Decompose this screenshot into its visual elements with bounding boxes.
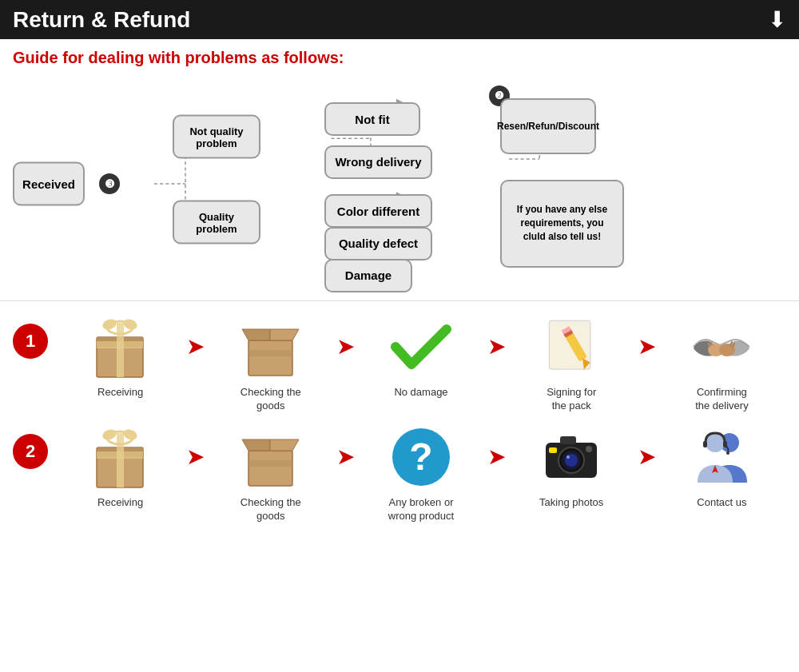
contact-icon	[682, 421, 761, 493]
step-2-contact: Contact us	[658, 421, 786, 510]
arrow-6: ➤	[335, 443, 356, 470]
svg-rect-39	[248, 350, 292, 356]
svg-rect-58	[248, 451, 292, 486]
svg-rect-33	[117, 323, 124, 377]
step-1-signing: Signing forthe pack	[507, 311, 636, 413]
steps-section: 1 Receiving	[0, 304, 799, 538]
color-different-box: Color different	[324, 194, 432, 228]
step-2-number: 2	[13, 434, 48, 469]
step-1-row: 1 Receiving	[13, 311, 786, 413]
damage-box: Damage	[324, 259, 412, 292]
guide-subtitle: Guide for dealing with problems as follo…	[0, 39, 799, 74]
flowchart-container: Received ❸ Not quality problem Quality p…	[13, 77, 786, 291]
step-2-receiving-label: Receiving	[97, 496, 143, 510]
received-box: Received	[13, 162, 85, 206]
svg-point-74	[726, 451, 729, 455]
step-2-photos: Taking photos	[507, 421, 636, 510]
step-1-receiving-label: Receiving	[97, 386, 143, 400]
svg-point-66	[566, 455, 570, 459]
step-1-nodamage: No damage	[356, 311, 485, 400]
arrow-8: ➤	[636, 443, 658, 470]
badge-3: ❸	[99, 173, 120, 194]
svg-point-65	[565, 454, 578, 467]
receiving-icon	[81, 311, 161, 383]
arrow-5: ➤	[185, 443, 206, 470]
not-fit-box: Not fit	[324, 102, 420, 136]
arrow-7: ➤	[486, 443, 507, 470]
svg-rect-34	[97, 341, 143, 348]
step-1-nodamage-label: No damage	[394, 386, 447, 400]
pencil-icon	[531, 311, 611, 383]
svg-point-37	[122, 317, 139, 331]
wrong-delivery-box: Wrong delivery	[324, 145, 432, 179]
step-2-receiving: Receiving	[56, 421, 185, 510]
checking-icon	[231, 311, 311, 383]
requirements-box: If you have any else requirements, you c…	[500, 180, 624, 268]
question-icon: ?	[381, 421, 461, 493]
checkmark-icon	[381, 311, 461, 383]
section-divider	[0, 300, 799, 301]
step-1-confirming-label: Confirmingthe delivery	[695, 386, 748, 413]
quality-problem-box: Quality problem	[173, 201, 260, 245]
arrow-2: ➤	[335, 333, 356, 360]
step-1-checking-label: Checking thegoods	[240, 386, 301, 413]
svg-rect-38	[248, 340, 292, 376]
svg-point-56	[101, 427, 118, 441]
step-1-items: Receiving ➤ Checkin	[56, 311, 786, 413]
step-2-row: 2 Receiving ➤	[13, 421, 786, 523]
step-2-checking-label: Checking thegoods	[240, 496, 301, 523]
page-title: Return & Refund	[13, 7, 190, 33]
step-1-signing-label: Signing forthe pack	[547, 386, 596, 413]
step-2-items: Receiving ➤ Checking thegoods ➤	[56, 421, 786, 523]
step-2-photos-label: Taking photos	[539, 496, 603, 510]
svg-rect-53	[117, 433, 124, 487]
receiving2-icon	[81, 421, 161, 493]
down-arrow-icon: ⬇	[768, 6, 786, 33]
flowchart-section: Received ❸ Not quality problem Quality p…	[0, 74, 799, 297]
handshake-icon	[682, 311, 761, 383]
svg-rect-59	[248, 460, 292, 467]
svg-text:?: ?	[409, 435, 432, 478]
svg-point-68	[586, 446, 592, 452]
step-1-confirming: Confirmingthe delivery	[658, 311, 786, 413]
svg-rect-72	[703, 441, 707, 447]
camera-icon	[531, 421, 611, 493]
header: Return & Refund ⬇	[0, 0, 799, 39]
arrow-3: ➤	[486, 333, 507, 360]
not-quality-problem-box: Not quality problem	[173, 115, 260, 159]
checking2-icon	[231, 421, 311, 493]
svg-point-57	[122, 427, 139, 441]
step-2-contact-label: Contact us	[697, 496, 746, 510]
quality-defect-box: Quality defect	[324, 227, 432, 260]
step-2-question-label: Any broken orwrong product	[388, 496, 454, 523]
step-1-checking: Checking thegoods	[206, 311, 335, 413]
step-1-receiving: Receiving	[56, 311, 185, 400]
resen-refund-box: Resen/Refun/Discount	[500, 98, 596, 154]
step-2-checking: Checking thegoods	[206, 421, 335, 523]
svg-rect-69	[549, 447, 557, 453]
arrow-4: ➤	[636, 333, 658, 360]
svg-point-36	[101, 317, 118, 331]
svg-rect-67	[560, 436, 576, 444]
step-1-number: 1	[13, 324, 48, 359]
svg-rect-54	[97, 451, 143, 459]
arrow-1: ➤	[185, 333, 206, 360]
step-2-question: ? Any broken orwrong product	[356, 421, 485, 523]
